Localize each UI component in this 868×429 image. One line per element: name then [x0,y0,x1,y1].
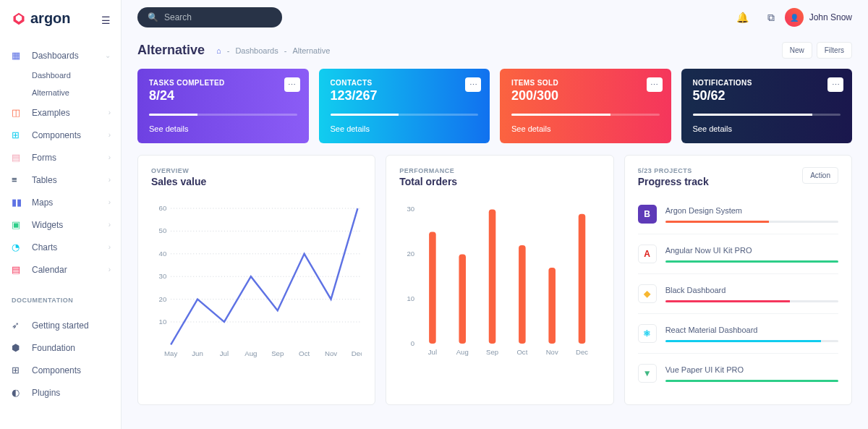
argon-logo-icon [12,12,26,26]
svg-text:Dec: Dec [352,349,362,357]
track-icon: B [638,205,657,224]
track-progress [665,260,838,263]
page-header: Alternative ⌂ - Dashboards - Alternative… [122,35,868,69]
dashboards-icon: ▦ [12,50,25,61]
doc-icon: ◐ [12,387,25,398]
sidebar-item-examples[interactable]: ◫Examples› [0,101,121,124]
orders-title: Total orders [399,176,600,187]
see-details-link[interactable]: See details [331,124,479,133]
sidebar: argon ☰ ▦Dashboards⌄DashboardAlternative… [0,0,122,429]
track-progress [665,340,838,342]
svg-text:50: 50 [159,226,167,234]
chevron-icon: ⌄ [105,51,111,59]
sidebar-item-tables[interactable]: ≡Tables› [0,169,121,191]
svg-text:20: 20 [407,250,415,258]
svg-text:Aug: Aug [456,348,469,356]
svg-text:10: 10 [159,318,167,326]
doc-icon: ➶ [12,320,25,331]
svg-text:Oct: Oct [517,348,528,356]
page-title: Alternative [137,43,205,58]
search-placeholder: Search [164,12,192,22]
avatar: 👤 [785,8,804,27]
see-details-link[interactable]: See details [511,124,660,133]
card-menu-icon[interactable]: ⋯ [827,77,843,92]
track-item[interactable]: ⚛ React Material Dashboard [638,313,838,353]
chevron-icon: › [109,221,111,229]
svg-text:20: 20 [159,295,167,303]
card-progress [331,114,479,116]
brand-text: argon [30,10,71,27]
see-details-link[interactable]: See details [149,124,297,133]
sidebar-sub-dashboard[interactable]: Dashboard [32,67,121,84]
card-label: CONTACTS [331,79,479,87]
sidebar-sub-alternative[interactable]: Alternative [32,84,121,101]
chevron-icon: › [109,266,111,273]
charts-icon: ◔ [12,242,25,252]
track-icon: A [638,245,657,263]
sales-panel: OVERVIEW Sales value 102030405060MayJunJ… [137,155,375,405]
orders-chart: 0102030JulAugSepOctNovDec [399,195,600,368]
chevron-icon: › [109,109,111,116]
doc-item-plugins[interactable]: ◐Plugins [0,381,121,404]
bell-icon[interactable]: 🔔 [736,12,749,23]
examples-icon: ◫ [12,107,25,118]
chevron-icon: › [109,131,111,139]
card-value: 200/300 [511,88,660,103]
svg-text:Dec: Dec [576,348,588,356]
sales-chart: 102030405060MayJunJulAugSepOctNovDec [151,195,362,368]
maps-icon: ▮▮ [12,197,25,208]
sidebar-item-forms[interactable]: ▤Forms› [0,146,121,169]
track-item[interactable]: A Angular Now UI Kit PRO [638,234,838,273]
card-menu-icon[interactable]: ⋯ [465,77,481,92]
doc-item-getting-started[interactable]: ➶Getting started [0,314,121,336]
svg-rect-24 [429,232,436,344]
breadcrumb: ⌂ - Dashboards - Alternative [216,46,330,55]
home-icon[interactable]: ⌂ [216,46,221,55]
svg-rect-26 [489,210,496,344]
action-button[interactable]: Action [802,167,838,184]
svg-text:Jul: Jul [220,349,229,357]
svg-rect-29 [579,214,586,344]
filters-button[interactable]: Filters [817,42,852,59]
svg-text:Nov: Nov [546,348,558,356]
track-item[interactable]: ◆ Black Dashboard [638,273,838,313]
track-progress [665,300,838,302]
track-progress [665,221,838,223]
see-details-link[interactable]: See details [693,124,841,133]
apps-icon[interactable]: ⧉ [767,12,775,24]
chevron-icon: › [109,243,111,251]
user-menu[interactable]: 👤 John Snow [785,8,852,27]
sidebar-toggle-icon[interactable]: ☰ [101,14,111,26]
search-input[interactable]: 🔍 Search [137,7,282,27]
track-name: Black Dashboard [665,286,838,294]
forms-icon: ▤ [12,152,25,163]
card-progress [149,114,297,116]
breadcrumb-link[interactable]: Dashboards [235,46,278,55]
svg-text:May: May [164,349,177,357]
track-name: Angular Now UI Kit PRO [665,246,838,255]
track-name: Argon Design System [665,206,838,215]
sidebar-item-maps[interactable]: ▮▮Maps› [0,191,121,213]
sidebar-item-charts[interactable]: ◔Charts› [0,236,121,258]
components-icon: ⊞ [12,129,25,140]
svg-text:60: 60 [159,204,167,212]
sidebar-item-dashboards[interactable]: ▦Dashboards⌄ [0,44,121,67]
new-button[interactable]: New [782,42,812,59]
card-menu-icon[interactable]: ⋯ [647,77,663,92]
progress-panel: 5/23 PROJECTS Progress track Action B Ar… [624,155,852,405]
sidebar-item-components[interactable]: ⊞Components› [0,124,121,146]
calendar-icon: ▤ [12,264,25,275]
doc-heading: DOCUMENTATION [0,286,121,308]
chevron-icon: › [109,176,111,184]
card-menu-icon[interactable]: ⋯ [284,77,300,92]
doc-item-components[interactable]: ⊞Components [0,359,121,381]
sidebar-item-widgets[interactable]: ▣Widgets› [0,213,121,236]
svg-text:Jun: Jun [192,349,203,357]
doc-item-foundation[interactable]: ⬢Foundation [0,336,121,359]
sidebar-item-calendar[interactable]: ▤Calendar› [0,258,121,281]
card-value: 123/267 [331,88,479,103]
track-item[interactable]: ▼ Vue Paper UI Kit PRO [638,353,838,393]
track-progress [665,380,838,382]
track-icon: ▼ [638,364,657,383]
track-item[interactable]: B Argon Design System [638,195,838,234]
